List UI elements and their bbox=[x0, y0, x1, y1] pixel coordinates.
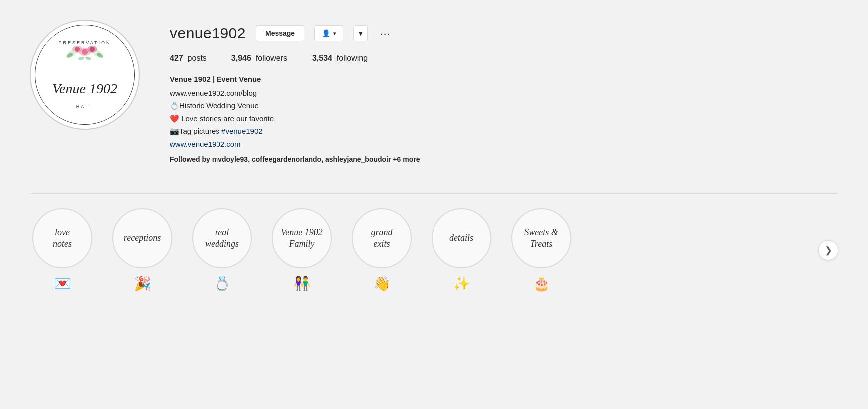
bio-line2: ❤️ Love stories are our favorite bbox=[170, 112, 838, 125]
bio-main-link-line[interactable]: www.venue1902.com bbox=[170, 138, 838, 151]
highlight-item-venue1902-family[interactable]: Venue 1902 Family👫 bbox=[269, 208, 334, 292]
posts-stat: 427 posts bbox=[170, 54, 207, 63]
dropdown-button[interactable]: ▾ bbox=[353, 25, 368, 41]
avatar-logo-text: Venue 1902 bbox=[52, 81, 117, 96]
highlight-circle-sweets-treats: Sweets & Treats bbox=[511, 208, 571, 268]
avatar-logo: Venue 1902 bbox=[52, 80, 117, 97]
highlight-label-venue1902-family: Venue 1902 Family bbox=[281, 227, 322, 250]
posts-label: posts bbox=[188, 54, 207, 62]
message-button[interactable]: Message bbox=[256, 25, 304, 41]
chevron-down-icon: ▾ bbox=[333, 31, 336, 36]
bio-line1: 💍Historic Wedding Venue bbox=[170, 99, 838, 112]
highlight-emoji-receptions: 🎉 bbox=[134, 275, 151, 292]
highlight-emoji-sweets-treats: 🎂 bbox=[533, 275, 550, 292]
highlight-emoji-real-weddings: 💍 bbox=[214, 275, 231, 292]
highlight-emoji-love-notes: 💌 bbox=[54, 275, 71, 292]
highlight-item-sweets-treats[interactable]: Sweets & Treats🎂 bbox=[509, 208, 574, 292]
highlight-item-love-notes[interactable]: love notes💌 bbox=[30, 208, 95, 292]
highlights-next-button[interactable]: ❯ bbox=[818, 240, 838, 260]
highlight-emoji-venue1902-family: 👫 bbox=[293, 275, 311, 292]
bio-line3: 📷Tag pictures #venue1902 bbox=[170, 125, 838, 138]
follow-button[interactable]: 👤 ▾ bbox=[314, 25, 343, 41]
highlight-circle-real-weddings: real weddings bbox=[192, 208, 252, 268]
followed-by: Followed by mvdoyle93, coffeegardenorlan… bbox=[170, 155, 838, 163]
bio-main-link[interactable]: www.venue1902.com bbox=[170, 140, 241, 148]
highlight-item-details[interactable]: details✨ bbox=[429, 208, 494, 292]
highlight-item-grand-exits[interactable]: grand exits👋 bbox=[349, 208, 414, 292]
highlight-circle-receptions: receptions bbox=[112, 208, 172, 268]
highlights-list: love notes💌receptions🎉real weddings💍Venu… bbox=[30, 208, 813, 292]
ring-emoji: 💍 bbox=[170, 101, 179, 110]
followed-by-label: Followed by bbox=[170, 155, 210, 163]
bio-tag-text: Tag pictures bbox=[179, 127, 221, 135]
profile-header: PRESERVATION HALL bbox=[30, 20, 838, 163]
bio-love-text: Love stories are our favorite bbox=[179, 114, 274, 123]
follow-icon: 👤 bbox=[322, 29, 330, 37]
following-label: following bbox=[337, 54, 368, 62]
svg-point-7 bbox=[90, 47, 95, 52]
svg-point-11 bbox=[85, 56, 91, 61]
highlight-emoji-grand-exits: 👋 bbox=[373, 275, 391, 292]
following-count: 3,534 bbox=[312, 54, 332, 62]
followers-count: 3,946 bbox=[231, 54, 251, 62]
highlight-circle-grand-exits: grand exits bbox=[352, 208, 412, 268]
svg-point-5 bbox=[82, 49, 88, 55]
heart-emoji: ❤️ bbox=[170, 114, 179, 123]
highlight-label-sweets-treats: Sweets & Treats bbox=[524, 227, 558, 250]
highlight-label-receptions: receptions bbox=[124, 232, 161, 244]
following-stat[interactable]: 3,534 following bbox=[312, 54, 368, 63]
highlight-circle-love-notes: love notes bbox=[32, 208, 92, 268]
page-wrapper: PRESERVATION HALL bbox=[0, 0, 868, 312]
highlight-label-grand-exits: grand exits bbox=[371, 227, 392, 250]
highlight-item-receptions[interactable]: receptions🎉 bbox=[110, 208, 175, 292]
bio-name: Venue 1902 | Event Venue bbox=[170, 73, 838, 86]
highlight-circle-venue1902-family: Venue 1902 Family bbox=[272, 208, 332, 268]
bio-historic-text: Historic Wedding Venue bbox=[179, 101, 259, 110]
highlight-label-details: details bbox=[449, 232, 473, 244]
highlights-section: love notes💌receptions🎉real weddings💍Venu… bbox=[30, 193, 838, 292]
svg-point-6 bbox=[75, 47, 80, 52]
profile-info: venue1902 Message 👤 ▾ ▾ ··· 427 posts 3,… bbox=[170, 20, 838, 163]
avatar-container[interactable]: PRESERVATION HALL bbox=[30, 20, 140, 130]
followers-stat[interactable]: 3,946 followers bbox=[231, 54, 287, 63]
stats-row: 427 posts 3,946 followers 3,534 followin… bbox=[170, 54, 838, 63]
highlight-emoji-details: ✨ bbox=[453, 275, 470, 292]
avatar: PRESERVATION HALL bbox=[30, 20, 140, 130]
highlight-item-real-weddings[interactable]: real weddings💍 bbox=[190, 208, 254, 292]
avatar-bottom-text: HALL bbox=[76, 104, 94, 109]
bio-website-line[interactable]: www.venue1902.com/blog bbox=[170, 87, 838, 100]
profile-top-row: venue1902 Message 👤 ▾ ▾ ··· bbox=[170, 25, 838, 42]
camera-emoji: 📷 bbox=[170, 127, 179, 135]
followed-by-more[interactable]: +6 more bbox=[393, 155, 420, 163]
more-options-button[interactable]: ··· bbox=[378, 28, 393, 39]
bio-website-link[interactable]: www.venue1902.com/blog bbox=[170, 89, 257, 97]
bio-section: Venue 1902 | Event Venue www.venue1902.c… bbox=[170, 73, 838, 150]
followed-by-users[interactable]: mvdoyle93, coffeegardenorlando, ashleyja… bbox=[212, 155, 391, 163]
posts-count: 427 bbox=[170, 54, 183, 62]
highlight-label-love-notes: love notes bbox=[53, 227, 72, 250]
username: venue1902 bbox=[170, 25, 246, 42]
bio-hashtag-link[interactable]: #venue1902 bbox=[221, 127, 263, 135]
highlight-circle-details: details bbox=[432, 208, 491, 268]
svg-point-10 bbox=[78, 56, 84, 61]
avatar-inner: PRESERVATION HALL bbox=[35, 25, 135, 125]
floral-decoration bbox=[62, 39, 107, 64]
followers-label: followers bbox=[256, 54, 287, 62]
highlight-label-real-weddings: real weddings bbox=[205, 227, 239, 250]
